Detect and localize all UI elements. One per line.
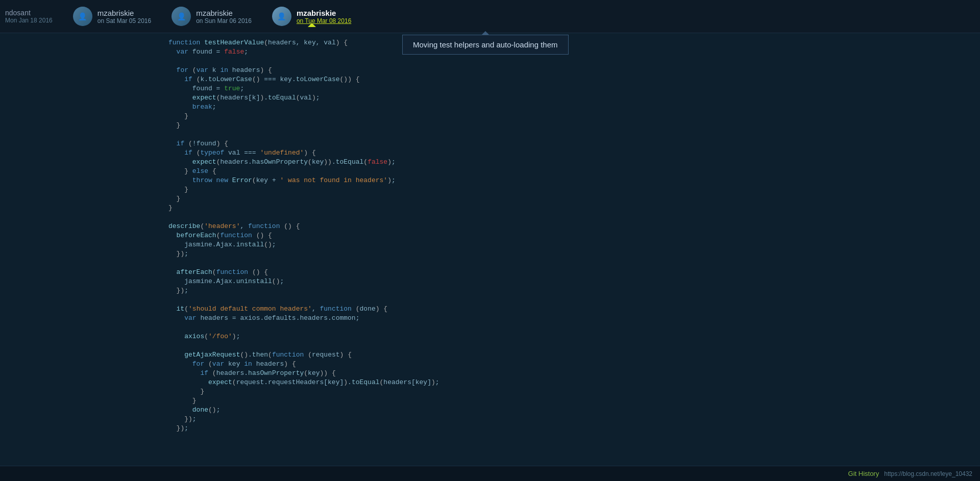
- commit-tooltip: Moving test helpers and auto-loading the…: [402, 35, 569, 55]
- code-line: }: [0, 396, 980, 406]
- code-line: [0, 323, 980, 332]
- code-line: expect(headers.hasOwnProperty(key)).toEq…: [0, 158, 980, 167]
- author-date-4: on Tue Mar 08 2016: [297, 17, 351, 24]
- avatar-3: 👤: [172, 7, 191, 26]
- code-line: done();: [0, 406, 980, 415]
- code-line: beforeEach(function () {: [0, 231, 980, 240]
- commit-author-1[interactable]: ndosant Mon Jan 18 2016: [0, 9, 63, 24]
- code-line: expect(request.requestHeaders[key]).toEq…: [0, 378, 980, 387]
- header-bar: ndosant Mon Jan 18 2016 👤 mzabriskie on …: [0, 0, 980, 33]
- bottom-bar: Git History https://blog.csdn.net/leye_1…: [0, 466, 980, 481]
- code-line: axios('/foo');: [0, 332, 980, 341]
- avatar-2: 👤: [73, 7, 92, 26]
- git-history-link[interactable]: Git History: [848, 470, 879, 477]
- code-line: it('should default common headers', func…: [0, 305, 980, 314]
- commit-author-4[interactable]: 👤 mzabriskie on Tue Mar 08 2016: [262, 7, 361, 26]
- commit-message: Moving test helpers and auto-loading the…: [413, 40, 558, 49]
- code-line: if (headers.hasOwnProperty(key)) {: [0, 369, 980, 378]
- commit-author-3[interactable]: 👤 mzabriskie on Sun Mar 06 2016: [161, 7, 262, 26]
- author-date-1: Mon Jan 18 2016: [5, 17, 53, 24]
- author-name-3: mzabriskie: [196, 9, 252, 17]
- active-indicator: [308, 23, 316, 27]
- code-line: }: [0, 121, 980, 130]
- code-line: } else {: [0, 167, 980, 176]
- author-date-3: on Sun Mar 06 2016: [196, 17, 252, 24]
- author-name-2: mzabriskie: [97, 9, 151, 17]
- code-line: });: [0, 424, 980, 433]
- code-line: [0, 259, 980, 268]
- code-line: [0, 57, 980, 66]
- code-line: for (var k in headers) {: [0, 66, 980, 75]
- code-line: jasmine.Ajax.uninstall();: [0, 277, 980, 286]
- code-line: describe('headers', function () {: [0, 222, 980, 231]
- code-line: [0, 130, 980, 139]
- author-date-2: on Sat Mar 05 2016: [97, 17, 151, 24]
- author-name-4: mzabriskie: [297, 9, 351, 17]
- code-line: }: [0, 185, 980, 194]
- code-line: found = true;: [0, 84, 980, 93]
- code-line: getAjaxRequest().then(function (request)…: [0, 350, 980, 360]
- code-line: afterEach(function () {: [0, 268, 980, 277]
- code-line: });: [0, 249, 980, 259]
- avatar-img-3: 👤: [172, 7, 191, 26]
- code-line: });: [0, 286, 980, 295]
- code-line: }: [0, 204, 980, 213]
- author-name-1: ndosant: [5, 9, 53, 17]
- code-line: });: [0, 415, 980, 424]
- avatar-4: 👤: [272, 7, 291, 26]
- code-area: function testHeaderValue(headers, key, v…: [0, 33, 980, 466]
- code-line: if (typeof val === 'undefined') {: [0, 148, 980, 158]
- bottom-url: https://blog.csdn.net/leye_10432: [884, 470, 972, 477]
- code-line: [0, 213, 980, 222]
- code-line: throw new Error(key + ' was not found in…: [0, 176, 980, 185]
- code-line: if (!found) {: [0, 139, 980, 148]
- code-line: [0, 295, 980, 305]
- code-line: if (k.toLowerCase() === key.toLowerCase(…: [0, 75, 980, 84]
- code-line: break;: [0, 103, 980, 112]
- code-line: }: [0, 112, 980, 121]
- code-line: var headers = axios.defaults.headers.com…: [0, 314, 980, 323]
- avatar-img-4: 👤: [272, 7, 291, 26]
- code-line: jasmine.Ajax.install();: [0, 240, 980, 249]
- code-line: for (var key in headers) {: [0, 360, 980, 369]
- code-line: expect(headers[k]).toEqual(val);: [0, 93, 980, 103]
- code-line: }: [0, 194, 980, 204]
- commit-author-2[interactable]: 👤 mzabriskie on Sat Mar 05 2016: [63, 7, 161, 26]
- avatar-img-2: 👤: [73, 7, 92, 26]
- code-line: }: [0, 387, 980, 396]
- code-line: [0, 341, 980, 350]
